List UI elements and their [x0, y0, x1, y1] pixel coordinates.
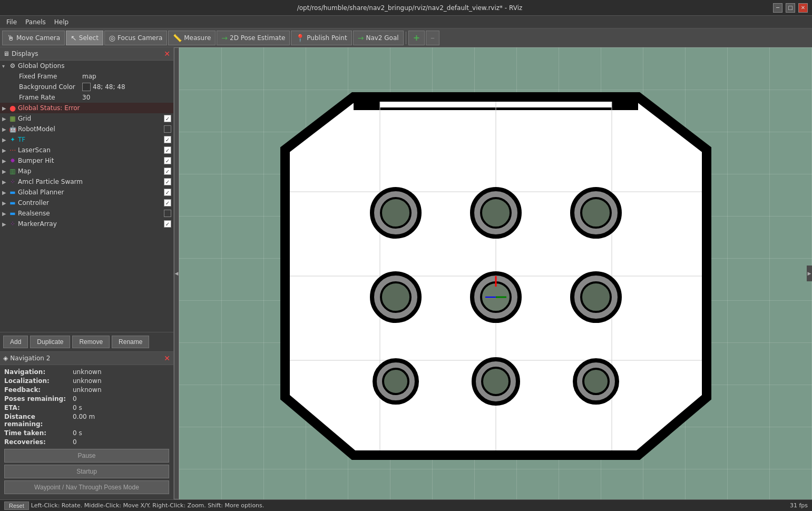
nav2-goal-button[interactable]: → Nav2 Goal	[353, 31, 404, 45]
laserscan-checkbox[interactable]	[164, 146, 171, 154]
measure-label: Measure	[184, 34, 211, 42]
measure-icon: 📏	[173, 34, 182, 42]
right-collapse-handle[interactable]: ▶	[807, 266, 812, 281]
nav-content: Navigation: unknown Localization: unknow…	[0, 365, 173, 499]
viewport[interactable]: ▶	[179, 47, 812, 499]
svg-point-23	[581, 282, 611, 312]
nav-localization-row: Localization: unknown	[4, 377, 169, 385]
navigation-panel: ◈ Navigation 2 ✕ Navigation: unknown Loc…	[0, 351, 173, 499]
menu-help[interactable]: Help	[50, 17, 73, 27]
measure-button[interactable]: 📏 Measure	[168, 31, 216, 45]
laserscan-label: LaserScan	[18, 146, 164, 154]
controller-expand: ▶	[2, 200, 8, 206]
error-icon: ●	[8, 104, 17, 112]
global-status-item[interactable]: ▶ ● Global Status: Error	[0, 103, 173, 113]
nav-navigation-value: unknown	[73, 368, 102, 376]
startup-button[interactable]: Startup	[4, 465, 169, 478]
nav-poses-value: 0	[73, 395, 77, 402]
pause-button[interactable]: Pause	[4, 449, 169, 463]
bumperhit-checkbox[interactable]	[164, 157, 171, 164]
laserscan-expand: ▶	[2, 148, 8, 153]
robotmodel-checkbox[interactable]	[164, 125, 171, 133]
focus-camera-label: Focus Camera	[118, 34, 162, 42]
nav2-goal-icon: →	[358, 34, 364, 42]
amcl-checkbox[interactable]	[164, 178, 171, 185]
nav-title: ◈ Navigation 2	[3, 355, 50, 362]
nav-time-value: 0 s	[73, 429, 82, 437]
move-camera-button[interactable]: 🖱 Move Camera	[2, 31, 65, 45]
publish-point-button[interactable]: 📍 Publish Point	[291, 31, 351, 45]
realsense-icon: ▬	[8, 209, 17, 218]
laserscan-icon: ⋯	[8, 146, 17, 154]
frame-rate-row: Frame Rate 30	[0, 92, 173, 103]
maximize-button[interactable]: □	[786, 3, 795, 13]
tf-icon: ✦	[8, 135, 17, 144]
robotmodel-item[interactable]: ▶ 🤖 RobotModel	[0, 124, 173, 134]
pose-estimate-icon: →	[221, 34, 228, 42]
controller-item[interactable]: ▶ ▬ Controller	[0, 198, 173, 208]
add-display-button[interactable]: Add	[3, 336, 28, 348]
menu-file[interactable]: File	[2, 17, 21, 27]
controller-label: Controller	[18, 199, 164, 207]
laserscan-item[interactable]: ▶ ⋯ LaserScan	[0, 145, 173, 155]
nav-recoveries-value: 0	[73, 438, 77, 446]
nav-feedback-label: Feedback:	[4, 386, 73, 394]
global-planner-checkbox[interactable]	[164, 189, 171, 196]
markerarray-item[interactable]: ▶ ⁘ MarkerArray	[0, 219, 173, 229]
minimize-button[interactable]: ─	[773, 3, 782, 13]
map-svg	[259, 55, 733, 492]
nav-close-button[interactable]: ✕	[164, 354, 170, 362]
global-planner-item[interactable]: ▶ ▬ Global Planner	[0, 187, 173, 198]
tf-item[interactable]: ▶ ✦ TF	[0, 134, 173, 145]
bumperhit-item[interactable]: ▶ ✸ Bumper Hit	[0, 155, 173, 166]
color-swatch[interactable]	[82, 83, 91, 91]
map-item[interactable]: ▶ ▥ Map	[0, 166, 173, 176]
duplicate-display-button[interactable]: Duplicate	[30, 336, 70, 348]
bumperhit-label: Bumper Hit	[18, 157, 164, 164]
toolbar-add-button[interactable]: +	[408, 31, 425, 45]
global-options-group[interactable]: ▾ ⚙ Global Options	[0, 61, 173, 71]
nav-eta-value: 0 s	[73, 404, 82, 411]
nav-navigation-row: Navigation: unknown	[4, 368, 169, 376]
nav-poses-label: Poses remaining:	[4, 395, 73, 402]
reset-button[interactable]: Reset	[4, 502, 29, 510]
realsense-expand: ▶	[2, 211, 8, 217]
nav-eta-row: ETA: 0 s	[4, 404, 169, 411]
grid-checkbox[interactable]	[164, 115, 171, 122]
map-checkbox[interactable]	[164, 168, 171, 175]
tf-checkbox[interactable]	[164, 136, 171, 143]
nav2-goal-label: Nav2 Goal	[366, 34, 398, 42]
close-button[interactable]: ✕	[798, 3, 808, 13]
robotmodel-expand: ▶	[2, 126, 8, 132]
toolbar-remove-button[interactable]: –	[426, 31, 439, 45]
displays-close-button[interactable]: ✕	[164, 50, 170, 58]
select-button[interactable]: ↖ Select	[66, 31, 103, 45]
waypoint-mode-button[interactable]: Waypoint / Nav Through Poses Mode	[4, 480, 169, 494]
focus-camera-icon: ◎	[109, 34, 115, 42]
amcl-item[interactable]: ▶ ⁘ Amcl Particle Swarm	[0, 176, 173, 187]
map-expand: ▶	[2, 169, 8, 174]
realsense-checkbox[interactable]	[164, 210, 171, 217]
nav-localization-label: Localization:	[4, 377, 73, 385]
nav-eta-label: ETA:	[4, 404, 73, 411]
move-camera-icon: 🖱	[7, 34, 14, 42]
plus-icon: +	[413, 33, 420, 43]
menu-panels[interactable]: Panels	[21, 17, 50, 27]
displays-content: ▾ ⚙ Global Options Fixed Frame map Backg…	[0, 61, 173, 332]
global-options-icon: ⚙	[8, 62, 17, 70]
pose-estimate-button[interactable]: → 2D Pose Estimate	[217, 31, 290, 45]
grid-item[interactable]: ▶ ▦ Grid	[0, 113, 173, 124]
remove-display-button[interactable]: Remove	[72, 336, 110, 348]
select-label: Select	[79, 34, 99, 42]
realsense-item[interactable]: ▶ ▬ Realsense	[0, 208, 173, 219]
rename-display-button[interactable]: Rename	[112, 336, 149, 348]
minus-icon: –	[431, 33, 435, 43]
nav-localization-value: unknown	[73, 377, 102, 385]
left-collapse-handle[interactable]: ◀	[174, 47, 179, 499]
amcl-icon: ⁘	[8, 178, 17, 186]
controller-checkbox[interactable]	[164, 199, 171, 207]
nav-feedback-value: unknown	[73, 386, 102, 394]
focus-camera-button[interactable]: ◎ Focus Camera	[104, 31, 167, 45]
markerarray-checkbox[interactable]	[164, 220, 171, 228]
global-status-expand: ▶	[2, 105, 8, 111]
